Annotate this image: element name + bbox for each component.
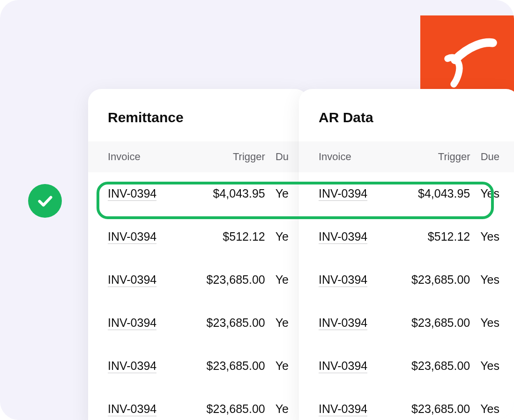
table-row[interactable]: INV-0394 $23,685.00 Ye [88, 258, 308, 302]
remittance-card: Remittance Invoice Trigger Du INV-0394 $… [88, 89, 308, 420]
table-row[interactable]: INV-0394 $23,685.00 Ye [88, 302, 308, 345]
cell-trigger: $4,043.95 [392, 187, 470, 200]
cell-invoice: INV-0394 [319, 359, 392, 373]
cell-trigger: $512.12 [184, 230, 265, 243]
cell-trigger: $23,685.00 [392, 402, 470, 416]
header-trigger: Trigger [184, 151, 265, 163]
cell-due: Yes [470, 273, 499, 287]
table-row[interactable]: INV-0394 $23,685.00 Yes [299, 388, 514, 420]
cell-invoice: INV-0394 [319, 187, 392, 200]
match-check-badge [28, 184, 62, 218]
remittance-body: INV-0394 $4,043.95 Ye INV-0394 $512.12 Y… [88, 172, 308, 420]
header-trigger: Trigger [392, 151, 470, 163]
canvas: Remittance Invoice Trigger Du INV-0394 $… [0, 0, 514, 420]
cell-invoice: INV-0394 [108, 230, 184, 243]
header-invoice: Invoice [108, 151, 184, 163]
header-due: Du [265, 151, 289, 163]
cell-due: Yes [470, 230, 499, 243]
header-due: Due [470, 151, 499, 163]
cell-trigger: $23,685.00 [184, 273, 265, 287]
cell-due: Ye [265, 359, 289, 373]
cell-due: Ye [265, 273, 289, 287]
cell-trigger: $23,685.00 [392, 273, 470, 287]
table-row[interactable]: INV-0394 $512.12 Yes [299, 215, 514, 258]
cell-invoice: INV-0394 [319, 316, 392, 330]
remittance-title: Remittance [88, 89, 308, 141]
table-row[interactable]: INV-0394 $23,685.00 Yes [299, 258, 514, 302]
ardata-body: INV-0394 $4,043.95 Yes INV-0394 $512.12 … [299, 172, 514, 420]
cell-trigger: $23,685.00 [184, 359, 265, 373]
cell-invoice: INV-0394 [108, 359, 184, 373]
table-row[interactable]: INV-0394 $23,685.00 Ye [88, 345, 308, 388]
cell-due: Yes [470, 316, 499, 330]
table-row[interactable]: INV-0394 $4,043.95 Ye [88, 172, 308, 215]
ardata-card: AR Data Invoice Trigger Due INV-0394 $4,… [299, 89, 514, 420]
cell-trigger: $23,685.00 [392, 316, 470, 330]
cell-invoice: INV-0394 [319, 273, 392, 287]
cell-trigger: $23,685.00 [184, 316, 265, 330]
cell-trigger: $4,043.95 [184, 187, 265, 200]
cell-invoice: INV-0394 [108, 402, 184, 416]
cell-due: Ye [265, 187, 289, 200]
cell-due: Ye [265, 230, 289, 243]
payoneer-logo-icon [437, 32, 498, 93]
cell-trigger: $512.12 [392, 230, 470, 243]
table-row[interactable]: INV-0394 $23,685.00 Yes [299, 302, 514, 345]
table-row[interactable]: INV-0394 $512.12 Ye [88, 215, 308, 258]
cell-due: Yes [470, 402, 499, 416]
table-row[interactable]: INV-0394 $23,685.00 Yes [299, 345, 514, 388]
cell-due: Ye [265, 316, 289, 330]
cell-invoice: INV-0394 [108, 187, 184, 200]
table-row[interactable]: INV-0394 $23,685.00 Ye [88, 388, 308, 420]
table-row[interactable]: INV-0394 $4,043.95 Yes [299, 172, 514, 215]
ardata-header-row: Invoice Trigger Due [299, 141, 514, 172]
cell-trigger: $23,685.00 [184, 402, 265, 416]
remittance-header-row: Invoice Trigger Du [88, 141, 308, 172]
cell-invoice: INV-0394 [108, 273, 184, 287]
cell-invoice: INV-0394 [108, 316, 184, 330]
cell-invoice: INV-0394 [319, 230, 392, 243]
ardata-title: AR Data [299, 89, 514, 141]
check-icon [36, 192, 54, 210]
cell-due: Ye [265, 402, 289, 416]
cell-due: Yes [470, 359, 499, 373]
cell-invoice: INV-0394 [319, 402, 392, 416]
cell-trigger: $23,685.00 [392, 359, 470, 373]
header-invoice: Invoice [319, 151, 392, 163]
cell-due: Yes [470, 187, 499, 200]
